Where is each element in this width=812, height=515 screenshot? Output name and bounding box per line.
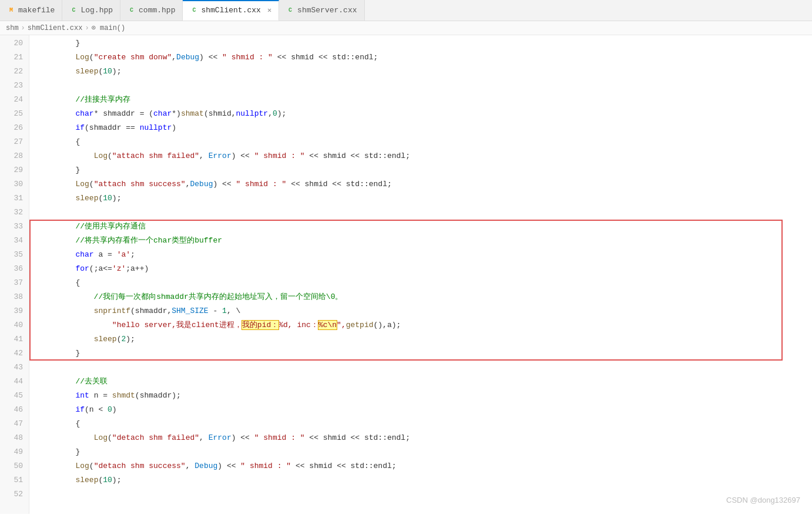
tab-label-comm-hpp: comm.hpp <box>139 6 175 15</box>
tab-label-makefile: makefile <box>18 6 55 15</box>
tab-icon-shmserver-cxx: C <box>286 6 294 15</box>
code-line-37: { <box>39 276 812 290</box>
ln-21: 21 <box>0 51 23 65</box>
ln-30: 30 <box>0 177 23 191</box>
ln-50: 50 <box>0 459 23 473</box>
tab-log-hpp[interactable]: C Log.hpp <box>62 0 120 21</box>
code-line-33: //使用共享内存通信 <box>39 220 812 234</box>
ln-35: 35 <box>0 248 23 262</box>
ln-37: 37 <box>0 276 23 290</box>
breadcrumb-sep-1: › <box>21 24 25 32</box>
code-line-44: //去关联 <box>39 375 812 389</box>
ln-46: 46 <box>0 403 23 417</box>
code-line-31: sleep(10); <box>39 191 812 206</box>
code-line-35: char a = 'a'; <box>39 248 812 262</box>
code-line-42: } <box>39 346 812 361</box>
ln-48: 48 <box>0 431 23 445</box>
ln-28: 28 <box>0 149 23 163</box>
code-line-41: sleep(2); <box>39 332 812 346</box>
code-line-22: sleep(10); <box>39 65 812 79</box>
code-line-30: Log("attach shm success",Debug) << " shm… <box>39 177 812 191</box>
ln-45: 45 <box>0 389 23 403</box>
tab-shmserver-cxx[interactable]: C shmServer.cxx <box>279 0 364 21</box>
tab-icon-shmclient-cxx: C <box>190 6 198 15</box>
tab-label-log-hpp: Log.hpp <box>80 6 113 15</box>
code-line-38: //我们每一次都向shmaddr共享内存的起始地址写入，留一个空间给\0。 <box>39 290 812 304</box>
code-line-48: Log("detach shm failed", Error) << " shm… <box>39 431 812 445</box>
ln-24: 24 <box>0 93 23 107</box>
code-line-34: //将共享内存看作一个char类型的buffer <box>39 234 812 248</box>
code-line-40: "hello server,我是client进程，我的pid：%d, inc：%… <box>39 318 812 332</box>
ln-36: 36 <box>0 262 23 276</box>
code-line-23 <box>39 79 812 93</box>
code-line-47: { <box>39 417 812 431</box>
tab-close-shmclient[interactable]: ✕ <box>267 6 271 15</box>
tab-bar: M makefile C Log.hpp C comm.hpp C shmCli… <box>0 0 812 21</box>
tab-shmclient-cxx[interactable]: C shmClient.cxx ✕ <box>183 0 279 21</box>
code-line-36: for(;a<='z';a++) <box>39 262 812 276</box>
ln-49: 49 <box>0 445 23 459</box>
tab-makefile[interactable]: M makefile <box>0 0 62 21</box>
watermark: CSDN @dong132697 <box>726 496 800 504</box>
ln-20: 20 <box>0 36 23 51</box>
ln-23: 23 <box>0 79 23 93</box>
code-area[interactable]: } Log("create shm donw",Debug) << " shmi… <box>29 35 812 514</box>
ln-51: 51 <box>0 473 23 487</box>
code-line-45: int n = shmdt(shmaddr); <box>39 389 812 403</box>
ln-34: 34 <box>0 234 23 248</box>
breadcrumb-file[interactable]: shmClient.cxx <box>28 24 83 32</box>
ln-22: 22 <box>0 65 23 79</box>
ln-33: 33 <box>0 220 23 234</box>
ln-26: 26 <box>0 121 23 135</box>
code-line-43 <box>39 361 812 375</box>
tab-comm-hpp[interactable]: C comm.hpp <box>120 0 183 21</box>
code-line-32 <box>39 206 812 220</box>
tab-icon-comm-hpp: C <box>127 6 136 15</box>
ln-32: 32 <box>0 206 23 220</box>
ln-44: 44 <box>0 375 23 389</box>
code-line-20: } <box>39 36 812 51</box>
ln-52: 52 <box>0 487 23 501</box>
tab-label-shmclient-cxx: shmClient.cxx <box>201 6 260 15</box>
code-line-52 <box>39 487 812 501</box>
ln-40: 40 <box>0 318 23 332</box>
ln-25: 25 <box>0 107 23 121</box>
code-line-39: snprintf(shmaddr,SHM_SIZE - 1, \ <box>39 304 812 318</box>
editor: 20 21 22 23 24 25 26 27 28 29 30 31 32 3… <box>0 35 812 514</box>
ln-31: 31 <box>0 191 23 206</box>
code-line-27: { <box>39 135 812 149</box>
tab-icon-makefile: M <box>7 6 15 15</box>
ln-27: 27 <box>0 135 23 149</box>
tab-icon-log-hpp: C <box>69 6 78 15</box>
ln-41: 41 <box>0 332 23 346</box>
breadcrumb: shm › shmClient.cxx › ⊙ main() <box>0 21 812 35</box>
code-line-50: Log("detach shm success", Debug) << " sh… <box>39 459 812 473</box>
code-line-46: if(n < 0) <box>39 403 812 417</box>
code-line-28: Log("attach shm failed", Error) << " shm… <box>39 149 812 163</box>
ln-29: 29 <box>0 163 23 177</box>
code-line-29: } <box>39 163 812 177</box>
ln-39: 39 <box>0 304 23 318</box>
ln-43: 43 <box>0 361 23 375</box>
ln-38: 38 <box>0 290 23 304</box>
code-line-21: Log("create shm donw",Debug) << " shmid … <box>39 51 812 65</box>
ln-47: 47 <box>0 417 23 431</box>
code-line-49: } <box>39 445 812 459</box>
line-numbers: 20 21 22 23 24 25 26 27 28 29 30 31 32 3… <box>0 35 29 514</box>
code-line-26: if(shmaddr == nullptr) <box>39 121 812 135</box>
code-line-51: sleep(10); <box>39 473 812 487</box>
code-line-24: //挂接共享内存 <box>39 93 812 107</box>
code-line-25: char* shmaddr = (char*)shmat(shmid,nullp… <box>39 107 812 121</box>
breadcrumb-shm[interactable]: shm <box>6 24 19 32</box>
ln-42: 42 <box>0 346 23 361</box>
tab-label-shmserver-cxx: shmServer.cxx <box>297 6 357 15</box>
breadcrumb-sep-2: › <box>85 24 89 32</box>
breadcrumb-function[interactable]: ⊙ main() <box>92 23 126 32</box>
